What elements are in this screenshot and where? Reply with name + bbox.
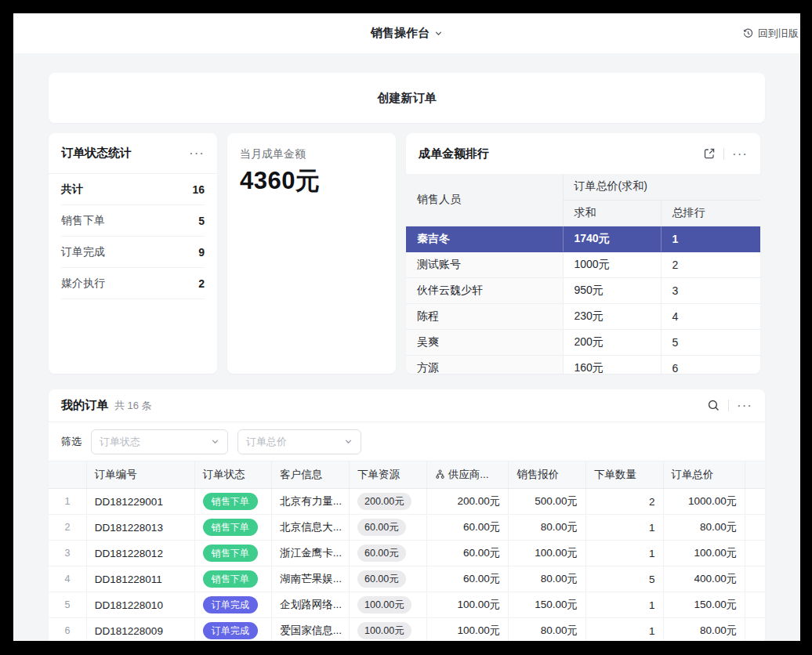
monthly-amount-label: 当月成单金额 [240,147,383,161]
quantity-cell: 1 [585,618,663,642]
resource-cell: 60.00元 [349,566,426,592]
my-orders-title: 我的订单 [61,398,108,413]
more-icon[interactable]: ··· [732,147,748,161]
order-status-cell: 订单完成 [194,592,272,618]
my-orders-card: 我的订单 共 16 条 ··· 筛选 订单状态 [49,389,765,641]
col-sum: 求和 [563,200,661,226]
status-badge: 销售下单 [203,545,258,562]
ranking-rank: 2 [661,252,760,277]
back-to-old-link[interactable]: 回到旧版 [742,13,799,53]
quote-cell: 500.00元 [509,489,586,515]
order-no-cell: DD181228009 [86,618,194,642]
column-header-: 客户信息 [272,461,350,489]
ranking-row[interactable]: 吴爽200元5 [406,329,760,355]
org-tree-icon [435,469,448,480]
order-no-cell: DD181228011 [86,566,194,592]
status-row-label: 媒介执行 [61,277,105,291]
total-cell: 80.00元 [663,618,745,642]
order-row[interactable]: 6DD181228009订单完成爱国家信息...100.00元100.00元80… [49,618,765,642]
order-row[interactable]: 1DD181229001销售下单北京有力量...200.00元200.00元50… [49,489,765,515]
resource-badge: 60.00元 [357,545,406,563]
order-row[interactable]: 5DD181228010订单完成企划路网络...100.00元100.00元15… [49,592,765,618]
ranking-name: 测试账号 [406,252,563,277]
quantity-cell: 2 [585,489,663,515]
status-row-value: 5 [198,215,205,227]
status-badge: 销售下单 [203,493,258,510]
filter-order-total-select[interactable]: 订单总价 [237,429,361,454]
export-icon[interactable] [703,147,716,160]
status-row-value: 2 [198,277,205,290]
chevron-down-icon [211,437,219,446]
order-no-cell: DD181229001 [86,489,194,515]
order-no-cell: DD181228010 [86,592,194,618]
status-list: 共计16销售下单5订单完成9媒介执行2 [49,174,217,299]
status-row-value: 9 [198,246,205,259]
status-row-value: 16 [192,183,205,196]
resource-badge: 100.00元 [357,622,411,640]
resource-badge: 60.00元 [357,519,406,537]
more-icon[interactable]: ··· [737,399,752,412]
ranking-card-title: 成单金额排行 [419,147,489,161]
status-badge: 销售下单 [203,519,258,536]
filler-cell [745,566,765,592]
ranking-row[interactable]: 伙伴云魏少轩950元3 [406,277,760,303]
resource-cell: 60.00元 [349,541,426,566]
ranking-sum: 200元 [563,329,661,355]
total-cell: 100.00元 [663,541,745,566]
resource-cell: 60.00元 [349,515,426,541]
create-order-button[interactable]: 创建新订单 [49,73,765,123]
page-title-dropdown[interactable]: 销售操作台 [371,26,443,41]
col-rank: 总排行 [661,200,760,226]
resource-cell: 100.00元 [349,618,426,642]
supplier-cell: 200.00元 [426,489,509,515]
customer-cell: 湖南芒果娱... [272,566,350,592]
total-cell: 1000.00元 [663,489,745,515]
monthly-amount-value: 4360元 [240,165,383,197]
order-status-cell: 销售下单 [194,515,272,541]
order-status-cell: 订单完成 [194,618,272,642]
row-number: 1 [49,489,86,515]
quantity-cell: 1 [585,592,663,618]
ranking-row[interactable]: 秦吉冬1740元1 [406,226,760,252]
history-icon [742,27,754,39]
filter-order-status-select[interactable]: 订单状态 [91,429,228,454]
supplier-cell: 100.00元 [426,592,509,618]
order-status-cell: 销售下单 [194,566,272,592]
total-cell: 400.00元 [663,566,745,592]
resource-cell: 100.00元 [349,592,426,618]
app-window: 销售操作台 回到旧版 创建新订单 订单状态统 [13,13,800,641]
page-title: 销售操作台 [371,26,430,41]
status-card-title: 订单状态统计 [61,146,132,161]
supplier-cell: 60.00元 [426,566,509,592]
back-to-old-label: 回到旧版 [758,27,799,41]
divider [728,400,729,411]
filter-label: 筛选 [61,435,82,449]
order-row[interactable]: 2DD181228013销售下单北京信息大...60.00元60.00元80.0… [49,515,765,541]
status-row-label: 销售下单 [61,214,105,228]
page-content: 创建新订单 订单状态统计 ··· 共计16销售下单5订单完成9媒介执行2 当月成… [13,53,800,641]
column-header-: 下单资源 [349,461,426,489]
status-row-label: 订单完成 [61,245,105,259]
search-icon[interactable] [707,399,720,412]
more-icon[interactable]: ··· [189,147,205,160]
status-row: 共计16 [61,174,205,205]
order-no-cell: DD181228012 [86,541,194,566]
filter-placeholder: 订单总价 [246,435,287,449]
row-number: 5 [49,592,86,618]
status-badge: 订单完成 [203,596,258,613]
resource-cell: 200.00元 [349,489,426,515]
quantity-cell: 1 [585,515,663,541]
total-cell: 80.00元 [663,515,745,541]
filter-placeholder: 订单状态 [100,435,140,449]
ranking-row[interactable]: 陈程230元4 [406,303,760,329]
filler-header [745,461,765,489]
ranking-row[interactable]: 测试账号1000元2 [406,252,760,277]
ranking-sum: 950元 [563,277,661,303]
order-no-cell: DD181228013 [86,515,194,541]
quote-cell: 100.00元 [509,541,586,566]
ranking-sum: 230元 [563,303,661,329]
ranking-row[interactable]: 方源160元6 [406,355,760,374]
filter-bar: 筛选 订单状态 订单总价 [49,422,765,461]
order-row[interactable]: 3DD181228012销售下单浙江金鹰卡...60.00元60.00元100.… [49,541,765,566]
order-row[interactable]: 4DD181228011销售下单湖南芒果娱...60.00元60.00元80.0… [49,566,765,592]
